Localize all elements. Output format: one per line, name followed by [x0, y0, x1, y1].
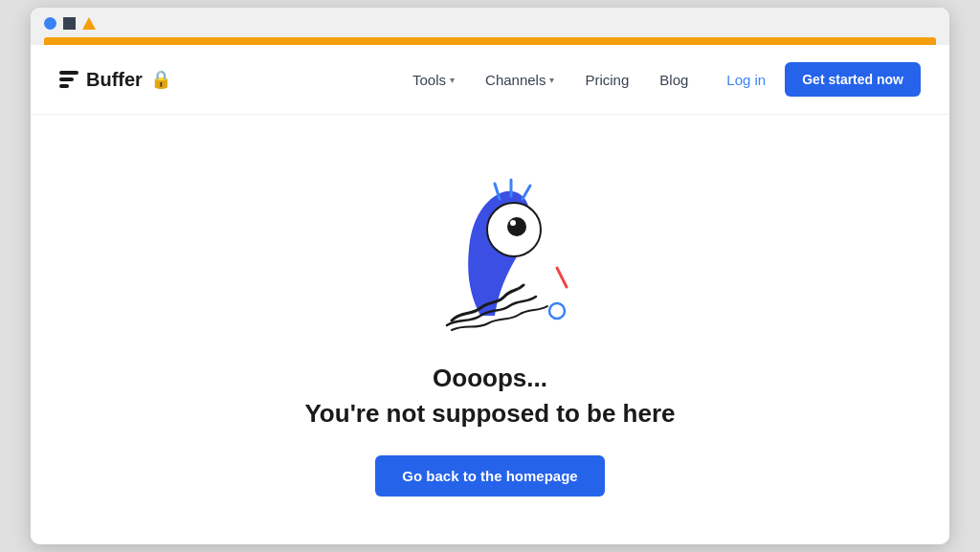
- creature-highlight: [510, 220, 516, 226]
- nav-link-tools[interactable]: Tools ▾: [412, 72, 455, 88]
- navbar: Buffer 🔒 Tools ▾ Channels ▾: [31, 45, 949, 115]
- browser-dots: [44, 17, 936, 30]
- nav-item-tools[interactable]: Tools ▾: [412, 72, 455, 88]
- nav-link-pricing[interactable]: Pricing: [585, 72, 629, 88]
- red-accent-1: [557, 268, 567, 287]
- address-bar: [44, 37, 936, 45]
- nav-link-channels[interactable]: Channels ▾: [485, 72, 554, 88]
- tools-chevron-icon: ▾: [450, 75, 455, 85]
- logo-text: Buffer: [86, 69, 143, 91]
- page-content: Buffer 🔒 Tools ▾ Channels ▾: [31, 45, 949, 544]
- logo-area: Buffer 🔒: [59, 69, 171, 91]
- small-circle: [549, 303, 565, 319]
- dot-triangle-icon: [82, 17, 96, 30]
- browser-chrome: [31, 8, 949, 45]
- accent-line-3: [523, 186, 530, 199]
- buffer-logo-icon: [59, 71, 78, 88]
- go-home-button[interactable]: Go back to the homepage: [375, 455, 604, 497]
- creature-pupil: [507, 217, 526, 236]
- main-content: Oooops... You're not supposed to be here…: [31, 115, 949, 544]
- get-started-button[interactable]: Get started now: [785, 62, 921, 97]
- channels-chevron-icon: ▾: [549, 75, 554, 85]
- login-button[interactable]: Log in: [726, 72, 766, 88]
- error-heading: Oooops...: [433, 364, 547, 393]
- browser-window: Buffer 🔒 Tools ▾ Channels ▾: [31, 8, 949, 544]
- nav-item-channels[interactable]: Channels ▾: [485, 72, 554, 88]
- nav-links: Tools ▾ Channels ▾ Pricing: [412, 72, 688, 88]
- nav-right: Log in Get started now: [726, 62, 921, 97]
- dot-circle-icon: [44, 17, 56, 30]
- nav-link-blog[interactable]: Blog: [659, 72, 688, 88]
- nav-item-blog[interactable]: Blog: [659, 72, 688, 88]
- error-subheading: You're not supposed to be here: [304, 399, 675, 429]
- error-svg: [356, 144, 624, 354]
- dot-square-icon: [63, 17, 76, 30]
- nav-item-pricing[interactable]: Pricing: [585, 72, 629, 88]
- logo-emoji: 🔒: [150, 69, 171, 90]
- error-illustration: [356, 144, 624, 354]
